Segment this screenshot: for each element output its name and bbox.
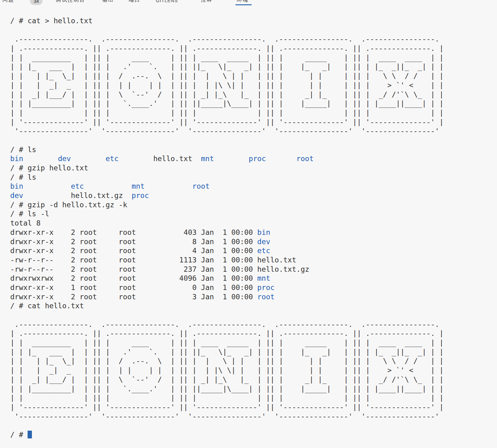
directory-name: dev xyxy=(257,237,270,246)
terminal-line: total 8 xyxy=(10,218,497,228)
directory-name: proc xyxy=(132,191,149,200)
terminal-line: | | | || | | || | | || | | || | | | xyxy=(10,393,497,402)
terminal-line: | | _| |___/ | | || | \ `--' / | || | _|… xyxy=(10,90,497,99)
active-tab-indicator xyxy=(235,4,252,5)
terminal-line xyxy=(10,421,497,430)
terminal-line: | | | || | | || | | || | | || | | | xyxy=(10,108,497,117)
terminal-line: | | _________ | || | ____ | || | ____ __… xyxy=(10,53,497,62)
terminal-line: | | | _| _ | || | | | | | | || | | |\ \|… xyxy=(10,366,497,375)
terminal-line xyxy=(10,136,497,145)
directory-name: root xyxy=(192,182,210,190)
directory-name: root xyxy=(296,154,314,163)
tab-output[interactable]: 输出 xyxy=(102,0,114,4)
tab-problems[interactable]: 问题 xyxy=(2,0,14,4)
terminal-line: -rw-r--r-- 2 root root 1113 Jan 1 00:00 … xyxy=(10,255,497,265)
terminal-line: -rw-r--r-- 2 root root 237 Jan 1 00:00 h… xyxy=(10,265,497,274)
terminal-line: drwxr-xr-x 2 root root 8 Jan 1 00:00 dev xyxy=(10,237,497,246)
directory-name: etc xyxy=(257,246,270,255)
directory-name: etc xyxy=(106,154,119,163)
terminal-line: bin dev etc hello.txt mnt proc root xyxy=(10,154,497,163)
terminal-line: / # cat hello.txt xyxy=(10,301,497,310)
terminal-line xyxy=(10,310,497,320)
directory-name: bin xyxy=(10,182,23,190)
tab-gitlens[interactable]: GITLENS xyxy=(156,0,178,5)
directory-name: etc xyxy=(71,182,84,190)
terminal-line: drwxrwxrwx 2 root root 4096 Jan 1 00:00 … xyxy=(10,274,497,283)
terminal-line: / # ls xyxy=(10,173,497,182)
directory-name: mnt xyxy=(132,182,145,190)
terminal-line: / # xyxy=(10,430,497,439)
terminal-line: | | | |_ \_| | || | / .--. \ | || | | \ … xyxy=(10,71,497,81)
terminal-line: / # gzip hello.txt xyxy=(10,163,497,173)
tab-comments[interactable]: 注释 xyxy=(201,0,213,4)
panel-tab-bar: 问题 34 调试控制台 输出 端口 GITLENS 注释 终端 xyxy=(0,0,497,6)
terminal-line: | | |_ ___ | | || | .' `. | || ||_ \|_ _… xyxy=(10,347,497,357)
terminal-panel[interactable]: / # cat > hello.txt .----------------. .… xyxy=(0,6,497,439)
terminal-line: / # cat > hello.txt xyxy=(10,16,497,25)
terminal-line: .----------------. .----------------. .-… xyxy=(10,34,497,44)
terminal-line: drwxr-xr-x 2 root root 403 Jan 1 00:00 b… xyxy=(10,228,497,237)
tab-debug-console[interactable]: 调试控制台 xyxy=(56,0,85,4)
terminal-line: | | |_________| | || | `.____.' | || ||_… xyxy=(10,99,497,108)
terminal-line: bin etc mnt root xyxy=(10,182,497,191)
terminal-line: .----------------. .----------------. .-… xyxy=(10,320,497,329)
directory-name: dev xyxy=(58,154,71,163)
directory-name: dev xyxy=(10,191,23,200)
terminal-cursor xyxy=(28,431,32,438)
tab-terminal[interactable]: 终端 xyxy=(237,0,248,4)
terminal-line: | | | |_ \_| | || | / .--. \ | || | | \ … xyxy=(10,356,497,366)
directory-name: mnt xyxy=(257,274,270,282)
tab-ports[interactable]: 端口 xyxy=(129,0,140,4)
terminal-line: | | _________ | || | ____ | || | ____ __… xyxy=(10,338,497,347)
terminal-line: dev hello.txt.gz proc xyxy=(10,191,497,200)
directory-name: proc xyxy=(257,283,275,292)
terminal-line: '----------------' '----------------' '-… xyxy=(10,412,497,421)
terminal-line: | | _| |___/ | | || | \ `--' / | || | _|… xyxy=(10,375,497,384)
terminal-line: | | | _| _ | || | | | | | | || | | |\ \|… xyxy=(10,81,497,90)
directory-name: bin xyxy=(257,228,270,236)
directory-name: bin xyxy=(10,154,23,163)
directory-name: mnt xyxy=(201,154,214,163)
terminal-line: drwxr-xr-x 2 root root 4 Jan 1 00:00 etc xyxy=(10,246,497,255)
terminal-line: / # ls xyxy=(10,145,497,154)
terminal-line: / # gzip -d hello.txt.gz -k xyxy=(10,200,497,209)
problems-count-badge: 34 xyxy=(30,0,42,5)
terminal-line xyxy=(10,25,497,35)
terminal-line: | .--------------. || .--------------. |… xyxy=(10,329,497,338)
terminal-line: | | |_ ___ | | || | .' `. | || ||_ \|_ _… xyxy=(10,62,497,71)
terminal-line: drwxr-xr-x 1 root root 0 Jan 1 00:00 pro… xyxy=(10,283,497,292)
terminal-line: | '--------------' || '--------------' |… xyxy=(10,117,497,127)
directory-name: root xyxy=(257,292,275,301)
terminal-line: | '--------------' || '--------------' |… xyxy=(10,402,497,412)
directory-name: proc xyxy=(248,154,266,163)
terminal-line: / # ls -l xyxy=(10,209,497,218)
terminal-line: | | |_________| | || | `.____.' | || ||_… xyxy=(10,384,497,393)
terminal-line: | .--------------. || .--------------. |… xyxy=(10,44,497,53)
terminal-line: drwxr-xr-x 2 root root 3 Jan 1 00:00 roo… xyxy=(10,292,497,301)
terminal-line: '----------------' '----------------' '-… xyxy=(10,126,497,136)
